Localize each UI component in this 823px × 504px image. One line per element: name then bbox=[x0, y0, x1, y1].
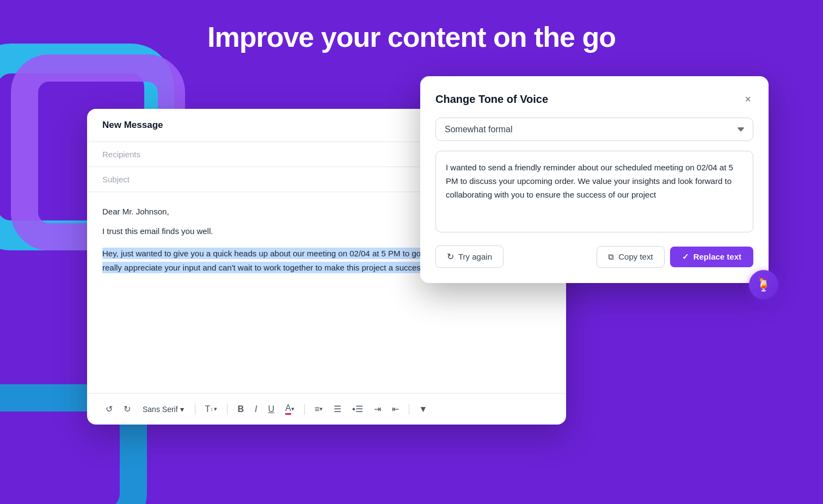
unordered-list-button[interactable]: •☰ bbox=[349, 402, 366, 416]
email-header-title: New Message bbox=[102, 120, 163, 130]
font-size-button[interactable]: T↕ ▾ bbox=[202, 402, 221, 416]
underline-button[interactable]: U bbox=[265, 402, 278, 416]
page-title: Improve your content on the go bbox=[0, 0, 823, 53]
tone-result-text[interactable]: I wanted to send a friendly reminder abo… bbox=[435, 151, 753, 232]
toolbar-divider-2 bbox=[227, 404, 228, 415]
email-toolbar: ↺ ↻ Sans Serif ▾ T↕ ▾ B I U A ▾ ≡ ▾ bbox=[87, 393, 566, 425]
ordered-list-button[interactable]: ☰ bbox=[330, 402, 345, 416]
try-again-button[interactable]: ↻ Try again bbox=[435, 245, 503, 268]
check-icon: ✓ bbox=[682, 252, 689, 262]
undo-button[interactable]: ↺ bbox=[102, 402, 116, 416]
try-again-icon: ↻ bbox=[447, 251, 454, 262]
copy-text-button[interactable]: ⧉ Copy text bbox=[597, 246, 664, 268]
italic-button[interactable]: I bbox=[251, 402, 260, 416]
bold-button[interactable]: B bbox=[234, 402, 247, 416]
tone-modal-title: Change Tone of Voice bbox=[435, 93, 548, 106]
copy-text-label: Copy text bbox=[618, 252, 653, 261]
more-options-button[interactable]: ▼ bbox=[416, 402, 431, 416]
try-again-label: Try again bbox=[458, 252, 492, 261]
indent-button[interactable]: ⇤ bbox=[389, 402, 402, 416]
align-button[interactable]: ≡ ▾ bbox=[311, 402, 326, 416]
right-actions: ⧉ Copy text ✓ Replace text bbox=[597, 246, 753, 268]
replace-text-label: Replace text bbox=[693, 252, 741, 261]
tone-modal-header: Change Tone of Voice × bbox=[435, 91, 753, 107]
tone-modal: Change Tone of Voice × Somewhat formal C… bbox=[420, 76, 769, 283]
ai-fab-button[interactable]: 🍹 bbox=[749, 270, 778, 299]
ai-fab-icon: 🍹 bbox=[756, 277, 772, 292]
tone-close-button[interactable]: × bbox=[742, 91, 753, 107]
outdent-button[interactable]: ⇥ bbox=[371, 402, 384, 416]
toolbar-divider-3 bbox=[304, 404, 305, 415]
toolbar-divider-4 bbox=[409, 404, 409, 415]
tone-dropdown[interactable]: Somewhat formal Casual Formal Very forma… bbox=[435, 118, 753, 141]
font-selector[interactable]: Sans Serif ▾ bbox=[138, 403, 188, 416]
toolbar-divider-1 bbox=[195, 404, 195, 415]
redo-button[interactable]: ↻ bbox=[120, 402, 134, 416]
replace-text-button[interactable]: ✓ Replace text bbox=[670, 247, 753, 267]
tone-actions: ↻ Try again ⧉ Copy text ✓ Replace text bbox=[435, 245, 753, 268]
font-color-button[interactable]: A ▾ bbox=[282, 401, 298, 417]
copy-icon: ⧉ bbox=[608, 252, 614, 262]
main-area: New Message Recipients Subject Dear Mr. … bbox=[54, 76, 769, 488]
